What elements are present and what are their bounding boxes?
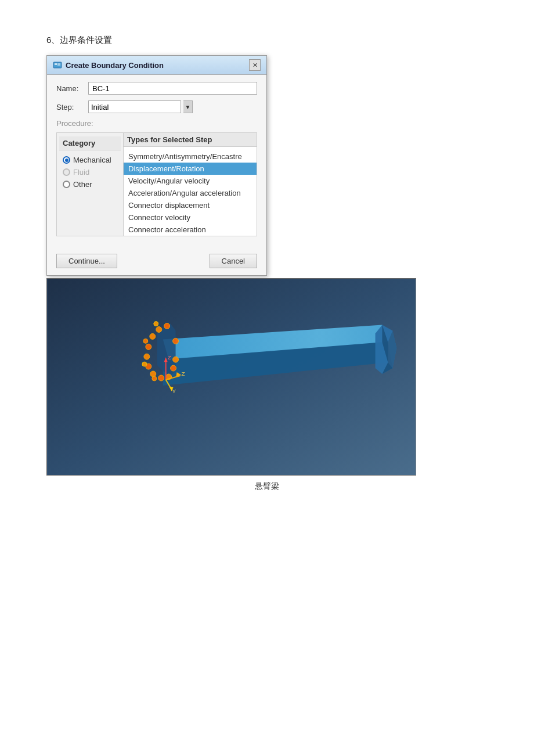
viewport-caption: 悬臂梁 <box>46 481 488 492</box>
type-velocity[interactable]: Velocity/Angular velocity <box>124 175 257 187</box>
category-other-label: Other <box>73 180 92 189</box>
svg-point-23 <box>173 338 179 344</box>
svg-point-21 <box>171 365 176 371</box>
step-dropdown-arrow[interactable]: ▼ <box>183 100 193 113</box>
dialog-icon <box>53 60 62 70</box>
svg-point-24 <box>154 322 158 326</box>
category-types-panel: Category Mechanical Fluid Other <box>56 132 257 236</box>
dialog-title: Create Boundary Condition <box>66 61 164 70</box>
category-mechanical-label: Mechanical <box>73 156 111 164</box>
dialog-titlebar: Create Boundary Condition ✕ <box>47 56 266 75</box>
section-title: 6、边界条件设置 <box>46 35 488 46</box>
step-label: Step: <box>56 103 88 111</box>
types-column: Types for Selected Step Symmetry/Antisym… <box>124 133 257 236</box>
type-connector-disp[interactable]: Connector displacement <box>124 199 257 211</box>
svg-point-18 <box>150 371 156 377</box>
cancel-button[interactable]: Cancel <box>210 254 257 268</box>
svg-point-27 <box>152 376 157 381</box>
svg-point-26 <box>142 362 147 366</box>
category-other[interactable]: Other <box>59 178 121 190</box>
type-symmetry[interactable]: Symmetry/Antisymmetry/Encastre <box>124 150 257 163</box>
name-input[interactable] <box>88 82 257 95</box>
svg-point-19 <box>158 375 164 381</box>
svg-point-12 <box>156 327 162 333</box>
procedure-label: Procedure: <box>56 119 257 128</box>
category-column: Category Mechanical Fluid Other <box>57 133 124 236</box>
continue-button[interactable]: Continue... <box>56 254 117 268</box>
type-connector-acc[interactable]: Connector acceleration <box>124 224 257 236</box>
close-button[interactable]: ✕ <box>249 59 261 71</box>
type-displacement[interactable]: Displacement/Rotation <box>124 163 257 175</box>
svg-point-22 <box>173 357 179 362</box>
step-input[interactable] <box>88 100 181 113</box>
svg-point-14 <box>150 333 156 339</box>
category-mechanical[interactable]: Mechanical <box>59 154 121 166</box>
radio-other <box>63 181 70 188</box>
svg-text:Y: Y <box>172 388 176 394</box>
viewport-3d: Z Z Y <box>46 278 416 476</box>
dialog-footer: Continue... Cancel <box>47 249 266 275</box>
types-header: Types for Selected Step <box>124 133 257 147</box>
radio-fluid <box>63 168 70 176</box>
radio-mechanical <box>63 156 70 164</box>
category-fluid-label: Fluid <box>73 168 89 177</box>
category-fluid: Fluid <box>59 166 121 178</box>
name-label: Name: <box>56 84 88 93</box>
type-connector-vel[interactable]: Connector velocity <box>124 211 257 224</box>
svg-point-25 <box>143 339 148 343</box>
category-header: Category <box>59 136 121 150</box>
dialog-create-boundary: Create Boundary Condition ✕ Name: Step: … <box>46 55 267 276</box>
name-row: Name: <box>56 82 257 95</box>
step-row: Step: ▼ <box>56 100 257 113</box>
svg-point-16 <box>144 354 150 359</box>
svg-text:Z: Z <box>168 354 171 361</box>
svg-rect-1 <box>55 63 57 65</box>
svg-point-15 <box>146 344 151 350</box>
step-select-wrapper: ▼ <box>88 100 257 113</box>
type-acceleration[interactable]: Acceleration/Angular acceleration <box>124 187 257 199</box>
svg-point-13 <box>164 323 170 329</box>
svg-text:Z: Z <box>182 370 185 377</box>
